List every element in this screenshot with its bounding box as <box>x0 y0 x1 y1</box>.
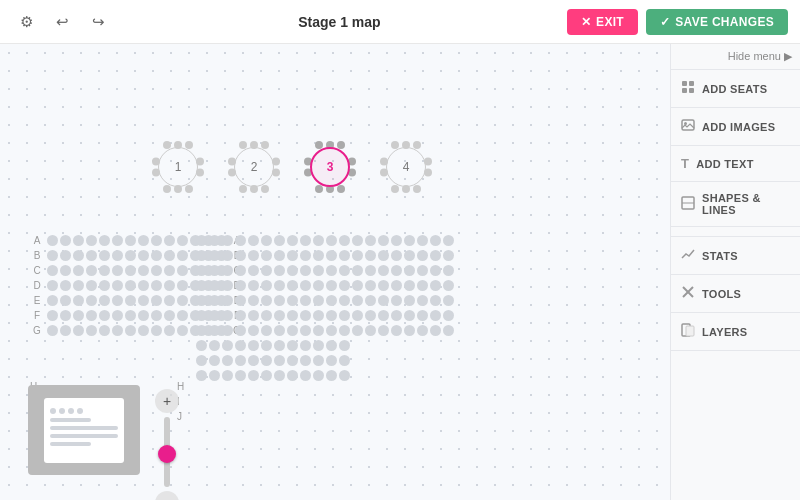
stats-label: STATS <box>702 250 738 262</box>
panel-item-add-images[interactable]: ADD IMAGES <box>671 108 800 146</box>
mini-map-dots <box>50 408 118 414</box>
exit-button[interactable]: ✕ EXIT <box>567 9 638 35</box>
undo-button[interactable]: ↩ <box>48 8 76 36</box>
panel-item-add-seats[interactable]: ADD SEATS <box>671 70 800 108</box>
add-images-icon <box>681 118 695 135</box>
zoom-out-button[interactable]: − <box>155 491 179 500</box>
add-seats-label: ADD SEATS <box>702 83 767 95</box>
tools-icon <box>681 285 695 302</box>
header-right: ✕ EXIT ✓ SAVE CHANGES <box>567 9 788 35</box>
seating-grid-right <box>195 234 455 384</box>
panel-item-layers[interactable]: LAYERS <box>671 313 800 351</box>
page-title: Stage 1 map <box>298 14 380 30</box>
mini-dot <box>68 408 74 414</box>
canvas-area[interactable]: 1 2 <box>0 44 670 500</box>
shapes-lines-label: SHAPES & LINES <box>702 192 790 216</box>
zoom-slider-track <box>164 417 170 487</box>
save-button[interactable]: ✓ SAVE CHANGES <box>646 9 788 35</box>
right-panel: Hide menu ▶ ADD SEATS ADD IMAG <box>670 44 800 500</box>
mini-map <box>28 385 140 475</box>
add-images-label: ADD IMAGES <box>702 121 775 133</box>
svg-rect-3 <box>689 88 694 93</box>
mini-line <box>50 442 91 446</box>
panel-spacer <box>671 227 800 237</box>
zoom-slider-thumb[interactable] <box>158 445 176 463</box>
stats-icon <box>681 247 695 264</box>
seat-group-3: 3 <box>302 139 358 195</box>
svg-rect-2 <box>682 88 687 93</box>
mini-dot <box>59 408 65 414</box>
mini-map-inner <box>44 398 124 463</box>
seat-group-2: 2 <box>226 139 282 195</box>
add-text-icon: T <box>681 156 689 171</box>
svg-rect-4 <box>682 120 694 130</box>
add-text-label: ADD TEXT <box>696 158 753 170</box>
shapes-lines-icon <box>681 196 695 213</box>
mini-line <box>50 426 118 430</box>
panel-item-add-text[interactable]: T ADD TEXT <box>671 146 800 182</box>
panel-item-shapes-lines[interactable]: SHAPES & LINES <box>671 182 800 227</box>
redo-button[interactable]: ↪ <box>84 8 112 36</box>
check-icon: ✓ <box>660 15 670 29</box>
tools-label: TOOLS <box>702 288 741 300</box>
seat-groups-row: 1 2 <box>150 139 434 195</box>
svg-rect-11 <box>686 326 694 336</box>
zoom-controls: + − <box>155 389 179 500</box>
seat-group-4: 4 <box>378 139 434 195</box>
hide-menu-button[interactable]: Hide menu ▶ <box>671 44 800 70</box>
mini-dot <box>77 408 83 414</box>
layers-label: LAYERS <box>702 326 747 338</box>
svg-rect-1 <box>689 81 694 86</box>
mini-line <box>50 434 118 438</box>
svg-point-5 <box>684 122 687 125</box>
settings-button[interactable]: ⚙ <box>12 8 40 36</box>
x-icon: ✕ <box>581 15 591 29</box>
mini-line <box>50 418 91 422</box>
zoom-in-button[interactable]: + <box>155 389 179 413</box>
panel-item-stats[interactable]: STATS <box>671 237 800 275</box>
header: ⚙ ↩ ↪ Stage 1 map ✕ EXIT ✓ SAVE CHANGES <box>0 0 800 44</box>
layers-icon <box>681 323 695 340</box>
panel-item-tools[interactable]: TOOLS <box>671 275 800 313</box>
header-left: ⚙ ↩ ↪ <box>12 8 112 36</box>
svg-rect-0 <box>682 81 687 86</box>
main-area: 1 2 <box>0 44 800 500</box>
add-seats-icon <box>681 80 695 97</box>
seat-group-1: 1 <box>150 139 206 195</box>
mini-dot <box>50 408 56 414</box>
